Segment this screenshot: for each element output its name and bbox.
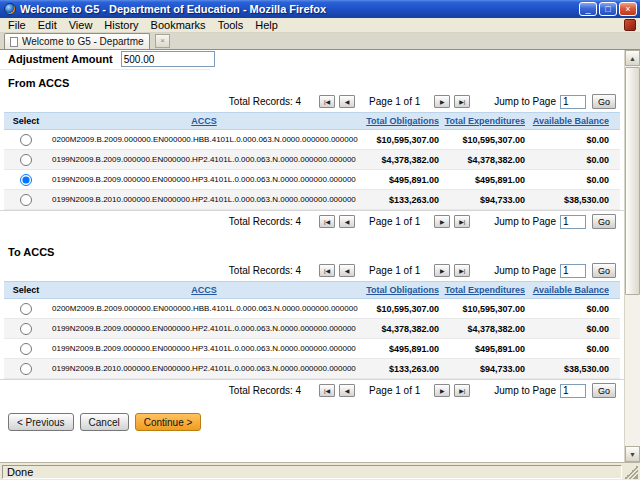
- to-table-header: Select ACCS Total Obligations Total Expe…: [4, 281, 620, 299]
- balance-cell: $0.00: [528, 344, 612, 354]
- menu-view[interactable]: View: [63, 18, 99, 33]
- total-records-label: Total Records: 4: [229, 216, 301, 227]
- column-header-accs[interactable]: ACCS: [191, 285, 217, 295]
- first-page-button[interactable]: |◀: [319, 384, 335, 397]
- column-header-expenditures[interactable]: Total Expenditures: [445, 116, 525, 126]
- next-page-button[interactable]: ▶: [434, 384, 450, 397]
- go-button[interactable]: Go: [592, 263, 616, 278]
- obligations-cell: $133,263.00: [360, 364, 442, 374]
- obligations-cell: $10,595,307.00: [360, 135, 442, 145]
- tab-g5[interactable]: Welcome to G5 - Department of Edu...: [4, 33, 150, 49]
- accs-cell: 0200M2009.B.2009.000000.EN000000.HBB.410…: [48, 135, 360, 144]
- cancel-button[interactable]: Cancel: [80, 413, 129, 431]
- column-header-balance[interactable]: Available Balance: [533, 116, 609, 126]
- page-indicator: Page 1 of 1: [369, 96, 420, 107]
- scroll-up-icon[interactable]: ▲: [625, 50, 640, 66]
- column-header-balance[interactable]: Available Balance: [533, 285, 609, 295]
- last-page-button[interactable]: ▶|: [454, 264, 470, 277]
- menu-bar: File Edit View History Bookmarks Tools H…: [0, 18, 640, 33]
- next-page-button[interactable]: ▶: [434, 95, 450, 108]
- window-title: Welcome to G5 - Department of Education …: [20, 3, 575, 15]
- jump-to-page-input[interactable]: [560, 215, 586, 229]
- menu-tools[interactable]: Tools: [212, 18, 250, 33]
- expenditures-cell: $10,595,307.00: [442, 135, 528, 145]
- adjustment-amount-input[interactable]: [121, 51, 215, 67]
- next-page-button[interactable]: ▶: [434, 264, 450, 277]
- first-page-button[interactable]: |◀: [319, 95, 335, 108]
- firefox-icon: [4, 3, 16, 15]
- jump-to-page-input[interactable]: [560, 95, 586, 109]
- menu-bookmarks[interactable]: Bookmarks: [145, 18, 212, 33]
- close-button[interactable]: ×: [619, 2, 637, 16]
- row-select-radio[interactable]: [20, 174, 32, 186]
- last-page-button[interactable]: ▶|: [454, 384, 470, 397]
- prev-page-button[interactable]: ◀: [339, 384, 355, 397]
- tab-close-button[interactable]: ×: [155, 34, 170, 48]
- first-page-button[interactable]: |◀: [319, 215, 335, 228]
- throbber-icon: [624, 19, 636, 31]
- menu-help[interactable]: Help: [249, 18, 284, 33]
- minimize-button[interactable]: _: [579, 2, 597, 16]
- maximize-button[interactable]: □: [599, 2, 617, 16]
- go-button[interactable]: Go: [592, 383, 616, 398]
- go-button[interactable]: Go: [592, 94, 616, 109]
- accs-cell: 0199N2009.B.2009.000000.EN000000.HP2.410…: [48, 155, 360, 164]
- jump-to-page-input[interactable]: [560, 264, 586, 278]
- prev-page-button[interactable]: ◀: [339, 95, 355, 108]
- first-page-button[interactable]: |◀: [319, 264, 335, 277]
- obligations-cell: $495,891.00: [360, 344, 442, 354]
- page-indicator: Page 1 of 1: [369, 216, 420, 227]
- column-header-obligations[interactable]: Total Obligations: [366, 285, 439, 295]
- row-select-radio[interactable]: [20, 343, 32, 355]
- obligations-cell: $495,891.00: [360, 175, 442, 185]
- page-content: Adjustment Amount From ACCS Total Record…: [0, 50, 624, 462]
- menu-edit[interactable]: Edit: [32, 18, 63, 33]
- from-table-header: Select ACCS Total Obligations Total Expe…: [4, 112, 620, 130]
- jump-to-page-label: Jump to Page: [494, 216, 556, 227]
- table-row: 0200M2009.B.2009.000000.EN000000.HBB.410…: [4, 299, 620, 319]
- total-records-label: Total Records: 4: [229, 265, 301, 276]
- row-select-radio[interactable]: [20, 134, 32, 146]
- previous-button[interactable]: < Previous: [8, 413, 74, 431]
- jump-to-page-label: Jump to Page: [494, 385, 556, 396]
- row-select-radio[interactable]: [20, 323, 32, 335]
- accs-cell: 0199N2009.B.2009.000000.EN000000.HP3.410…: [48, 175, 360, 184]
- expenditures-cell: $94,733.00: [442, 364, 528, 374]
- to-pagination-top: Total Records: 4 |◀ ◀ Page 1 of 1 ▶ ▶| J…: [0, 260, 624, 281]
- row-select-radio[interactable]: [20, 303, 32, 315]
- last-page-button[interactable]: ▶|: [454, 215, 470, 228]
- expenditures-cell: $94,733.00: [442, 195, 528, 205]
- table-row: 0199N2009.B.2010.000000.EN000000.HP2.410…: [4, 359, 620, 379]
- balance-cell: $0.00: [528, 155, 612, 165]
- next-page-button[interactable]: ▶: [434, 215, 450, 228]
- menu-history[interactable]: History: [98, 18, 144, 33]
- resize-grip-icon[interactable]: [624, 465, 638, 479]
- row-select-radio[interactable]: [20, 194, 32, 206]
- scrollbar-thumb[interactable]: [625, 67, 640, 295]
- row-select-radio[interactable]: [20, 154, 32, 166]
- column-header-obligations[interactable]: Total Obligations: [366, 116, 439, 126]
- balance-cell: $38,530.00: [528, 195, 612, 205]
- expenditures-cell: $10,595,307.00: [442, 304, 528, 314]
- scroll-down-icon[interactable]: ▼: [625, 446, 640, 462]
- row-select-radio[interactable]: [20, 363, 32, 375]
- vertical-scrollbar[interactable]: ▲ ▼: [624, 50, 640, 462]
- go-button[interactable]: Go: [592, 214, 616, 229]
- column-header-select: Select: [4, 116, 48, 126]
- jump-to-page-input[interactable]: [560, 384, 586, 398]
- to-pagination-bottom: Total Records: 4 |◀ ◀ Page 1 of 1 ▶ ▶| J…: [0, 379, 624, 401]
- obligations-cell: $4,378,382.00: [360, 324, 442, 334]
- accs-cell: 0199N2009.B.2009.000000.EN000000.HP2.410…: [48, 324, 360, 333]
- continue-button[interactable]: Continue >: [135, 413, 202, 431]
- title-bar: Welcome to G5 - Department of Education …: [0, 0, 640, 18]
- table-row: 0199N2009.B.2009.000000.EN000000.HP2.410…: [4, 319, 620, 339]
- from-pagination-bottom: Total Records: 4 |◀ ◀ Page 1 of 1 ▶ ▶| J…: [0, 210, 624, 232]
- prev-page-button[interactable]: ◀: [339, 264, 355, 277]
- to-accs-title: To ACCS: [0, 232, 624, 260]
- menu-file[interactable]: File: [2, 18, 32, 33]
- column-header-expenditures[interactable]: Total Expenditures: [445, 285, 525, 295]
- column-header-accs[interactable]: ACCS: [191, 116, 217, 126]
- balance-cell: $0.00: [528, 304, 612, 314]
- prev-page-button[interactable]: ◀: [339, 215, 355, 228]
- last-page-button[interactable]: ▶|: [454, 95, 470, 108]
